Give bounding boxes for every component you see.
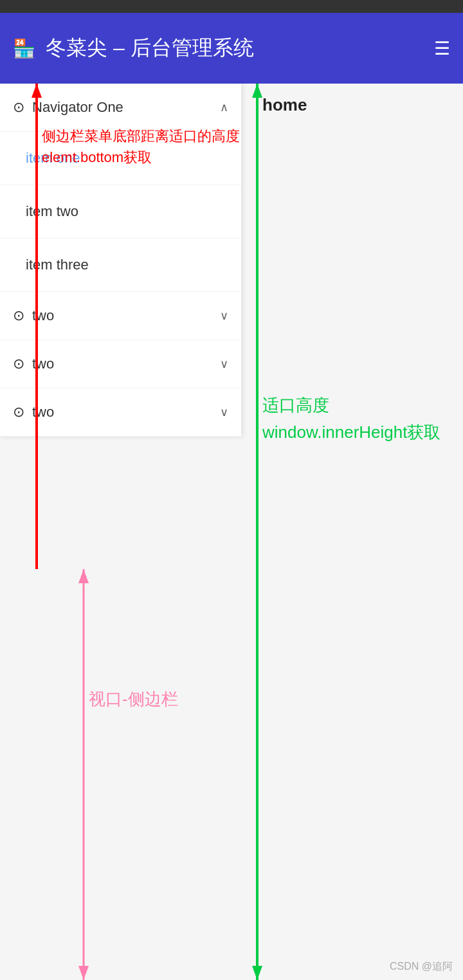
nav-two-3-arrow: ∨ [220, 405, 228, 419]
nav-item-navigator-one[interactable]: ⊙ Navigator One ∧ [0, 84, 241, 132]
nav-item-two-3[interactable]: ⊙ two ∨ [0, 388, 241, 437]
annotation-red-text: 侧边栏菜单底部距离适口的高度 elemt.bottom获取 [42, 125, 240, 168]
svg-marker-7 [78, 966, 89, 980]
nav-one-arrow: ∧ [220, 100, 228, 114]
header-store-icon: 🏪 [13, 38, 35, 59]
main-content: home ⊙ Navigator One ∧ item one item two… [0, 84, 463, 980]
nav-two-3-icon: ⊙ [13, 404, 24, 421]
header-menu-icon[interactable]: ☰ [434, 38, 450, 59]
annotation-pink-text: 视口-侧边栏 [89, 688, 178, 711]
nav-item-two-1[interactable]: ⊙ two ∨ [0, 292, 241, 340]
nav-two-2-label: two [32, 356, 220, 372]
status-bar [0, 0, 463, 13]
sub-item-three[interactable]: item three [0, 239, 241, 292]
nav-item-two-2[interactable]: ⊙ two ∨ [0, 340, 241, 388]
nav-two-1-arrow: ∨ [220, 309, 228, 323]
nav-two-2-icon: ⊙ [13, 356, 24, 372]
nav-two-2-arrow: ∨ [220, 357, 228, 371]
svg-marker-3 [252, 84, 262, 98]
svg-marker-4 [252, 966, 262, 980]
nav-two-1-icon: ⊙ [13, 307, 24, 324]
header-title: 冬菜尖 – 后台管理系统 [46, 34, 434, 62]
home-label: home [262, 95, 307, 115]
nav-two-3-label: two [32, 404, 220, 421]
nav-one-label: Navigator One [32, 99, 220, 116]
sub-item-two[interactable]: item two [0, 185, 241, 239]
header: 🏪 冬菜尖 – 后台管理系统 ☰ [0, 13, 463, 84]
nav-one-icon: ⊙ [13, 99, 24, 116]
annotation-green-text: 适口高度 window.innerHeight获取 [262, 392, 440, 446]
nav-two-1-label: two [32, 307, 220, 324]
svg-marker-6 [78, 569, 89, 583]
watermark: CSDN @追阿 [390, 960, 453, 974]
